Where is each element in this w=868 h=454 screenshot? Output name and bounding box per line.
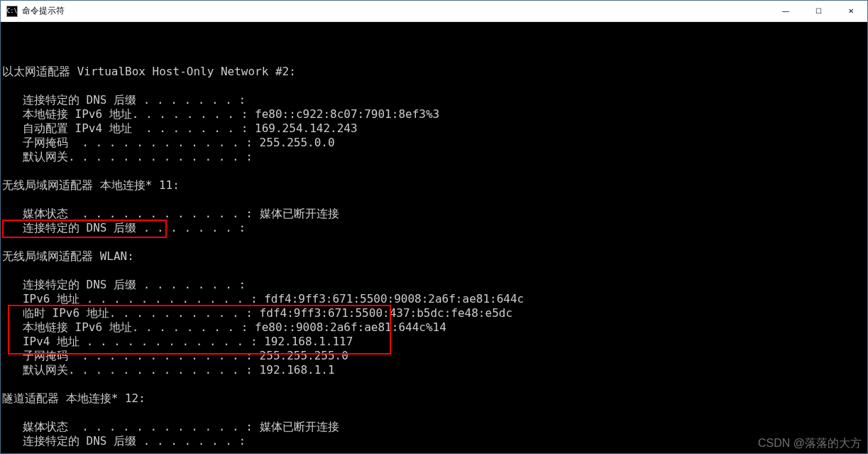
close-button[interactable]: ✕ xyxy=(835,1,867,21)
cmd-window: C:\ 命令提示符 — ☐ ✕ 以太网适配器 VirtualBox Host-O… xyxy=(0,0,868,454)
window-title: 命令提示符 xyxy=(22,5,769,17)
maximize-button[interactable]: ☐ xyxy=(802,1,835,21)
terminal-area[interactable]: 以太网适配器 VirtualBox Host-Only Network #2: … xyxy=(1,22,867,453)
terminal-output: 以太网适配器 VirtualBox Host-Only Network #2: … xyxy=(2,65,524,453)
app-icon: C:\ xyxy=(6,6,18,17)
terminal-content: 以太网适配器 VirtualBox Host-Only Network #2: … xyxy=(1,50,867,453)
titlebar: C:\ 命令提示符 — ☐ ✕ xyxy=(1,1,867,22)
window-controls: — ☐ ✕ xyxy=(769,1,867,21)
minimize-button[interactable]: — xyxy=(769,1,802,21)
